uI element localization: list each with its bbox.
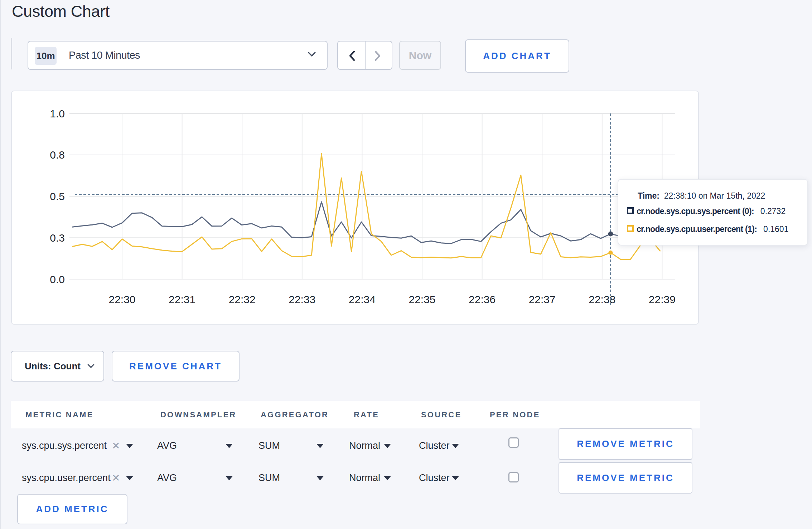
- svg-text:0.0: 0.0: [50, 273, 65, 285]
- svg-text:0.8: 0.8: [50, 149, 65, 161]
- svg-text:22:39: 22:39: [649, 293, 676, 305]
- svg-text:22:36: 22:36: [469, 293, 496, 305]
- svg-text:22:33: 22:33: [289, 293, 315, 305]
- svg-text:22:32: 22:32: [229, 293, 256, 305]
- svg-text:22:35: 22:35: [409, 293, 435, 305]
- svg-text:22:34: 22:34: [349, 293, 376, 305]
- svg-text:22:38: 22:38: [589, 293, 615, 305]
- svg-text:0.5: 0.5: [50, 190, 65, 202]
- svg-text:22:30: 22:30: [108, 293, 135, 305]
- svg-text:1.0: 1.0: [50, 108, 65, 120]
- svg-text:0.3: 0.3: [50, 232, 65, 244]
- svg-text:22:31: 22:31: [169, 293, 195, 305]
- svg-text:22:37: 22:37: [529, 293, 556, 305]
